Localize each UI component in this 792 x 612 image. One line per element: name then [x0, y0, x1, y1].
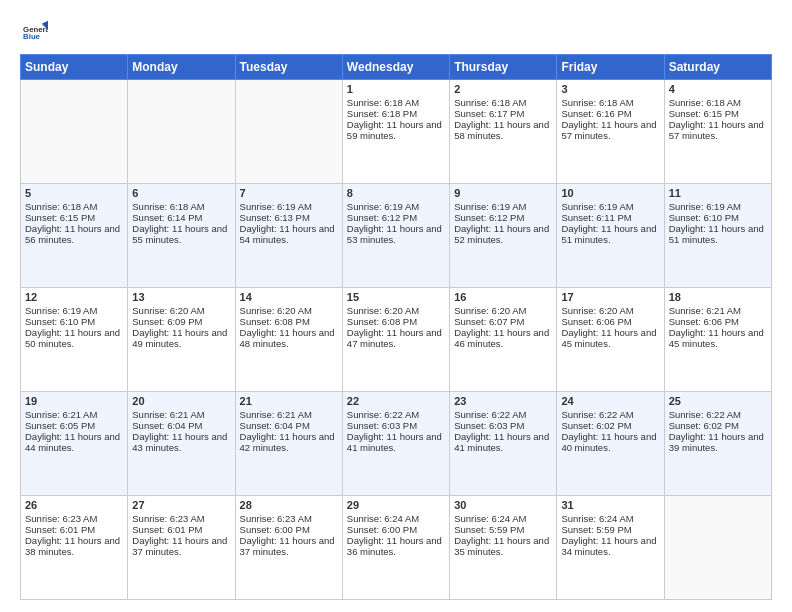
calendar: SundayMondayTuesdayWednesdayThursdayFrid…	[20, 54, 772, 600]
day-info: Daylight: 11 hours and 47 minutes.	[347, 327, 445, 349]
day-info: Daylight: 11 hours and 54 minutes.	[240, 223, 338, 245]
day-info: Sunrise: 6:19 AM	[561, 201, 659, 212]
calendar-cell: 3Sunrise: 6:18 AMSunset: 6:16 PMDaylight…	[557, 80, 664, 184]
day-info: Daylight: 11 hours and 45 minutes.	[669, 327, 767, 349]
day-info: Sunrise: 6:19 AM	[669, 201, 767, 212]
day-info: Sunrise: 6:24 AM	[561, 513, 659, 524]
day-info: Sunrise: 6:23 AM	[25, 513, 123, 524]
day-number: 24	[561, 395, 659, 407]
weekday-header-monday: Monday	[128, 55, 235, 80]
day-info: Sunrise: 6:20 AM	[561, 305, 659, 316]
day-number: 25	[669, 395, 767, 407]
calendar-cell: 14Sunrise: 6:20 AMSunset: 6:08 PMDayligh…	[235, 288, 342, 392]
day-number: 3	[561, 83, 659, 95]
day-number: 21	[240, 395, 338, 407]
calendar-cell	[21, 80, 128, 184]
day-info: Sunrise: 6:21 AM	[240, 409, 338, 420]
day-info: Sunset: 6:15 PM	[25, 212, 123, 223]
weekday-header-wednesday: Wednesday	[342, 55, 449, 80]
day-info: Sunset: 6:15 PM	[669, 108, 767, 119]
day-info: Daylight: 11 hours and 55 minutes.	[132, 223, 230, 245]
day-number: 11	[669, 187, 767, 199]
day-info: Sunrise: 6:24 AM	[454, 513, 552, 524]
weekday-header-row: SundayMondayTuesdayWednesdayThursdayFrid…	[21, 55, 772, 80]
day-number: 4	[669, 83, 767, 95]
day-info: Sunrise: 6:21 AM	[25, 409, 123, 420]
calendar-cell: 8Sunrise: 6:19 AMSunset: 6:12 PMDaylight…	[342, 184, 449, 288]
calendar-cell	[235, 80, 342, 184]
weekday-header-sunday: Sunday	[21, 55, 128, 80]
day-info: Sunrise: 6:22 AM	[669, 409, 767, 420]
week-row-3: 12Sunrise: 6:19 AMSunset: 6:10 PMDayligh…	[21, 288, 772, 392]
day-info: Sunrise: 6:20 AM	[454, 305, 552, 316]
day-info: Sunset: 5:59 PM	[561, 524, 659, 535]
day-info: Sunset: 6:10 PM	[25, 316, 123, 327]
day-number: 13	[132, 291, 230, 303]
day-number: 8	[347, 187, 445, 199]
day-info: Sunrise: 6:20 AM	[132, 305, 230, 316]
week-row-1: 1Sunrise: 6:18 AMSunset: 6:18 PMDaylight…	[21, 80, 772, 184]
day-info: Sunset: 6:12 PM	[347, 212, 445, 223]
day-number: 19	[25, 395, 123, 407]
calendar-cell: 21Sunrise: 6:21 AMSunset: 6:04 PMDayligh…	[235, 392, 342, 496]
day-info: Sunrise: 6:21 AM	[132, 409, 230, 420]
day-number: 28	[240, 499, 338, 511]
day-info: Sunset: 6:02 PM	[561, 420, 659, 431]
day-info: Daylight: 11 hours and 37 minutes.	[132, 535, 230, 557]
week-row-2: 5Sunrise: 6:18 AMSunset: 6:15 PMDaylight…	[21, 184, 772, 288]
day-info: Sunset: 6:01 PM	[25, 524, 123, 535]
day-number: 20	[132, 395, 230, 407]
week-row-5: 26Sunrise: 6:23 AMSunset: 6:01 PMDayligh…	[21, 496, 772, 600]
calendar-cell: 15Sunrise: 6:20 AMSunset: 6:08 PMDayligh…	[342, 288, 449, 392]
day-info: Sunset: 6:07 PM	[454, 316, 552, 327]
day-info: Sunset: 6:08 PM	[347, 316, 445, 327]
day-info: Daylight: 11 hours and 37 minutes.	[240, 535, 338, 557]
calendar-cell: 6Sunrise: 6:18 AMSunset: 6:14 PMDaylight…	[128, 184, 235, 288]
day-info: Sunset: 6:03 PM	[454, 420, 552, 431]
day-number: 18	[669, 291, 767, 303]
day-info: Sunset: 6:05 PM	[25, 420, 123, 431]
day-info: Daylight: 11 hours and 57 minutes.	[669, 119, 767, 141]
day-info: Daylight: 11 hours and 57 minutes.	[561, 119, 659, 141]
day-info: Sunset: 6:08 PM	[240, 316, 338, 327]
day-info: Daylight: 11 hours and 51 minutes.	[669, 223, 767, 245]
calendar-cell: 1Sunrise: 6:18 AMSunset: 6:18 PMDaylight…	[342, 80, 449, 184]
day-info: Sunset: 6:12 PM	[454, 212, 552, 223]
calendar-cell: 9Sunrise: 6:19 AMSunset: 6:12 PMDaylight…	[450, 184, 557, 288]
day-number: 31	[561, 499, 659, 511]
day-info: Daylight: 11 hours and 59 minutes.	[347, 119, 445, 141]
day-number: 23	[454, 395, 552, 407]
day-info: Daylight: 11 hours and 46 minutes.	[454, 327, 552, 349]
day-number: 14	[240, 291, 338, 303]
day-info: Sunset: 6:06 PM	[669, 316, 767, 327]
day-info: Daylight: 11 hours and 36 minutes.	[347, 535, 445, 557]
day-info: Sunrise: 6:23 AM	[240, 513, 338, 524]
calendar-cell: 12Sunrise: 6:19 AMSunset: 6:10 PMDayligh…	[21, 288, 128, 392]
day-info: Daylight: 11 hours and 45 minutes.	[561, 327, 659, 349]
page: General Blue SundayMondayTuesdayWednesda…	[0, 0, 792, 612]
calendar-cell: 13Sunrise: 6:20 AMSunset: 6:09 PMDayligh…	[128, 288, 235, 392]
calendar-cell: 2Sunrise: 6:18 AMSunset: 6:17 PMDaylight…	[450, 80, 557, 184]
day-info: Sunrise: 6:19 AM	[454, 201, 552, 212]
day-info: Daylight: 11 hours and 41 minutes.	[454, 431, 552, 453]
day-info: Sunrise: 6:19 AM	[240, 201, 338, 212]
weekday-header-saturday: Saturday	[664, 55, 771, 80]
day-info: Daylight: 11 hours and 38 minutes.	[25, 535, 123, 557]
weekday-header-thursday: Thursday	[450, 55, 557, 80]
week-row-4: 19Sunrise: 6:21 AMSunset: 6:05 PMDayligh…	[21, 392, 772, 496]
calendar-cell: 22Sunrise: 6:22 AMSunset: 6:03 PMDayligh…	[342, 392, 449, 496]
day-info: Sunrise: 6:18 AM	[25, 201, 123, 212]
day-number: 5	[25, 187, 123, 199]
day-number: 7	[240, 187, 338, 199]
calendar-cell: 26Sunrise: 6:23 AMSunset: 6:01 PMDayligh…	[21, 496, 128, 600]
day-info: Daylight: 11 hours and 42 minutes.	[240, 431, 338, 453]
day-number: 17	[561, 291, 659, 303]
day-number: 15	[347, 291, 445, 303]
day-info: Daylight: 11 hours and 44 minutes.	[25, 431, 123, 453]
day-info: Daylight: 11 hours and 53 minutes.	[347, 223, 445, 245]
day-number: 2	[454, 83, 552, 95]
calendar-cell: 20Sunrise: 6:21 AMSunset: 6:04 PMDayligh…	[128, 392, 235, 496]
day-info: Daylight: 11 hours and 39 minutes.	[669, 431, 767, 453]
day-info: Sunset: 6:02 PM	[669, 420, 767, 431]
day-info: Daylight: 11 hours and 41 minutes.	[347, 431, 445, 453]
